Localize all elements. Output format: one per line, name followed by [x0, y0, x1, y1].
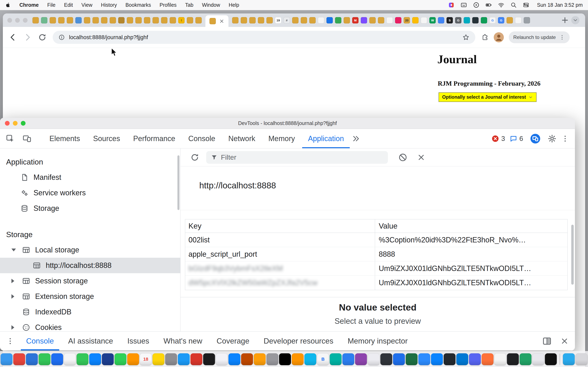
- reload-icon[interactable]: [38, 33, 47, 42]
- tree-arrow-icon[interactable]: [11, 292, 22, 300]
- tab-favicon-icon[interactable]: [292, 17, 298, 24]
- battery-icon[interactable]: [485, 2, 492, 8]
- menu-window[interactable]: Window: [202, 2, 220, 8]
- input-grid-icon[interactable]: [461, 2, 467, 8]
- tab-favicon-icon[interactable]: [318, 17, 324, 24]
- tab-favicon-icon[interactable]: [267, 17, 273, 24]
- tab-favicon-icon[interactable]: [110, 17, 116, 24]
- tab-favicon-icon[interactable]: [481, 17, 487, 24]
- relaunch-to-update-button[interactable]: Relaunch to update: [509, 31, 570, 43]
- tab-favicon-icon[interactable]: S: [447, 17, 453, 24]
- more-panels-icon[interactable]: [351, 134, 360, 143]
- tab-favicon-icon[interactable]: [58, 17, 65, 24]
- extensions-icon[interactable]: [481, 34, 489, 41]
- dock-app-icon[interactable]: [576, 353, 587, 365]
- tab-favicon-icon[interactable]: [309, 17, 316, 24]
- dock-app-icon[interactable]: [393, 353, 405, 365]
- tab-favicon-icon[interactable]: [387, 17, 393, 24]
- drawer-tab-issues[interactable]: Issues: [122, 332, 155, 350]
- dock-app-icon[interactable]: [216, 353, 228, 365]
- table-row[interactable]: dW5pcXVlX2lkZW50aWZpZXJfa2V5cwUm9iZXJ0X0…: [185, 276, 567, 290]
- tab-favicon-icon[interactable]: [241, 17, 247, 24]
- dock-app-icon[interactable]: [304, 353, 316, 365]
- play-icon[interactable]: [473, 2, 479, 8]
- menu-view[interactable]: View: [81, 2, 93, 8]
- dock-app-icon[interactable]: [469, 353, 481, 365]
- gear-icon[interactable]: [548, 134, 557, 143]
- close-window-button[interactable]: [7, 18, 12, 23]
- dock-app-icon[interactable]: [127, 353, 139, 365]
- sidebar-item-extension-storage[interactable]: Extension storage: [0, 289, 180, 304]
- tab-favicon-icon[interactable]: [232, 17, 238, 24]
- split-panel-icon[interactable]: [542, 336, 552, 346]
- dock-app-icon[interactable]: [153, 353, 164, 365]
- tab-favicon-icon[interactable]: [524, 17, 530, 24]
- delete-selected-icon[interactable]: [417, 153, 425, 162]
- search-icon[interactable]: [510, 2, 517, 8]
- sidebar-item-http-localhost-8888[interactable]: http://localhost:8888: [0, 258, 180, 273]
- menu-chrome[interactable]: Chrome: [19, 2, 39, 8]
- tab-favicon-icon[interactable]: [258, 17, 264, 24]
- devtools-menu-icon[interactable]: [561, 134, 569, 143]
- drawer-tab-coverage[interactable]: Coverage: [211, 332, 255, 350]
- dock-app-icon[interactable]: [178, 353, 190, 365]
- inspect-element-icon[interactable]: [6, 134, 15, 143]
- devtools-tab-elements[interactable]: Elements: [44, 129, 86, 148]
- tab-favicon-icon[interactable]: [75, 17, 82, 24]
- dock-app-icon[interactable]: [456, 353, 468, 365]
- tab-favicon-icon[interactable]: [335, 17, 341, 24]
- sidebar-item-manifest[interactable]: Manifest: [0, 170, 180, 185]
- tab-favicon-icon[interactable]: [127, 17, 133, 24]
- tab-favicon-icon[interactable]: [464, 17, 470, 24]
- bookmark-star-icon[interactable]: [462, 34, 470, 41]
- dock-app-icon[interactable]: [406, 353, 417, 365]
- tab-favicon-icon[interactable]: [438, 17, 444, 24]
- tab-favicon-icon[interactable]: [344, 17, 350, 24]
- browser-window-controls[interactable]: [7, 18, 27, 23]
- sidebar-item-local-storage[interactable]: Local storage: [0, 242, 180, 258]
- tab-favicon-icon[interactable]: [144, 17, 150, 24]
- tab-favicon-icon[interactable]: G: [498, 17, 504, 24]
- tree-arrow-icon[interactable]: [11, 277, 22, 285]
- dock-app-icon[interactable]: [279, 353, 291, 365]
- table-row[interactable]: apple_script_url_port8888: [185, 247, 567, 261]
- main-scrollbar[interactable]: [571, 225, 574, 285]
- value-column-header[interactable]: Value: [375, 219, 567, 233]
- menu-file[interactable]: File: [47, 2, 55, 8]
- device-toolbar-icon[interactable]: [22, 134, 31, 143]
- tree-arrow-icon[interactable]: [11, 246, 22, 254]
- dock-app-icon[interactable]: [431, 353, 443, 365]
- devtools-tab-network[interactable]: Network: [223, 129, 261, 148]
- tab-favicon-icon[interactable]: [361, 17, 367, 24]
- key-column-header[interactable]: Key: [185, 219, 375, 233]
- tab-favicon-icon[interactable]: [327, 17, 333, 24]
- tab-favicon-icon[interactable]: [187, 17, 193, 24]
- dock-app-icon[interactable]: [532, 353, 544, 365]
- media-badge-icon[interactable]: [448, 2, 454, 8]
- devtools-window-controls[interactable]: [5, 118, 26, 129]
- drawer-tab-memory-inspector[interactable]: Memory inspector: [342, 332, 413, 350]
- sidebar-item-cookies[interactable]: Cookies: [0, 320, 180, 331]
- drawer-tab-what-s-new[interactable]: What's new: [158, 332, 208, 350]
- zoom-window-button[interactable]: [21, 121, 26, 125]
- dock-app-icon[interactable]: [190, 353, 202, 365]
- menu-edit[interactable]: Edit: [64, 2, 73, 8]
- devtools-tab-console[interactable]: Console: [182, 129, 221, 148]
- tab-favicon-icon[interactable]: [507, 17, 513, 24]
- menu-bookmarks[interactable]: Bookmarks: [125, 2, 151, 8]
- tab-search-button[interactable]: [571, 16, 579, 24]
- sidebar-scrollbar[interactable]: [177, 155, 180, 210]
- new-tab-button[interactable]: [561, 16, 569, 25]
- tab-favicon-icon[interactable]: [395, 17, 401, 24]
- dock-app-icon[interactable]: [51, 353, 63, 365]
- dock-app-icon[interactable]: [77, 353, 88, 365]
- dock-app-icon[interactable]: [203, 353, 215, 365]
- control-center-icon[interactable]: [523, 2, 529, 8]
- tab-favicon-icon[interactable]: [369, 17, 376, 24]
- tab-favicon-icon[interactable]: [412, 17, 419, 24]
- devtools-tab-sources[interactable]: Sources: [87, 129, 126, 148]
- drawer-menu-icon[interactable]: [6, 337, 14, 345]
- tree-arrow-icon[interactable]: [11, 323, 22, 331]
- devtools-tab-memory[interactable]: Memory: [263, 129, 301, 148]
- sidebar-item-session-storage[interactable]: Session storage: [0, 273, 180, 289]
